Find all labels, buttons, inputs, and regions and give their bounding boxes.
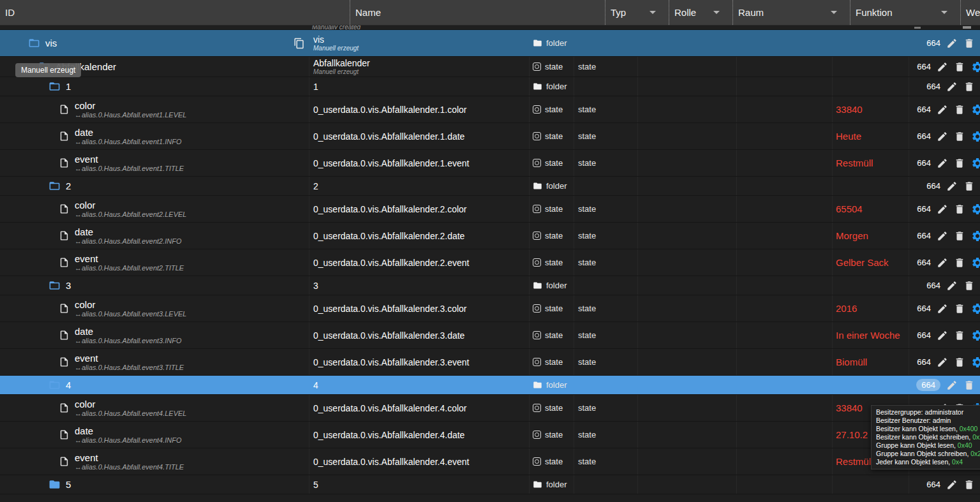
table-row[interactable]: event ↔alias.0.Haus.Abfall.event1.TITLE …	[0, 150, 980, 177]
access-rights-badge[interactable]: 664	[917, 357, 931, 367]
table-row[interactable]: color ↔alias.0.Haus.Abfall.event4.LEVEL …	[0, 395, 980, 422]
settings-button[interactable]	[971, 256, 980, 269]
delete-button[interactable]	[963, 81, 975, 92]
edit-button[interactable]	[937, 257, 948, 269]
access-rights-badge[interactable]: 664	[926, 82, 940, 91]
settings-button[interactable]	[971, 230, 980, 242]
cell-value[interactable]	[833, 475, 909, 494]
delete-button[interactable]	[954, 104, 965, 115]
tree-item[interactable]: date ↔alias.0.Haus.Abfall.event2.INFO	[0, 226, 309, 246]
edit-button[interactable]	[937, 158, 948, 169]
table-row[interactable]: event ↔alias.0.Haus.Abfall.event4.TITLE …	[0, 448, 980, 475]
delete-button[interactable]	[954, 330, 965, 341]
copy-button[interactable]	[293, 38, 305, 49]
tree-item[interactable]: 2	[0, 180, 309, 192]
tree-item[interactable]: event ↔alias.0.Haus.Abfall.event3.TITLE	[0, 353, 309, 372]
table-row[interactable]: event ↔alias.0.Haus.Abfall.event3.TITLE …	[0, 349, 980, 376]
edit-button[interactable]	[946, 380, 958, 391]
cell-value[interactable]	[833, 376, 909, 394]
settings-button[interactable]	[971, 356, 980, 369]
edit-button[interactable]	[937, 230, 948, 242]
table-row[interactable]: vis vis Manuell erzeugt folder	[0, 30, 980, 57]
column-header-name[interactable]: Name	[350, 0, 605, 25]
tree-item[interactable]: color ↔alias.0.Haus.Abfall.event2.LEVEL	[0, 200, 309, 219]
edit-button[interactable]	[937, 104, 948, 115]
settings-button[interactable]	[971, 130, 980, 143]
edit-button[interactable]	[937, 203, 948, 215]
access-rights-badge[interactable]: 664	[926, 480, 940, 489]
edit-button[interactable]	[946, 280, 958, 292]
tree-item[interactable]: color ↔alias.0.Haus.Abfall.event4.LEVEL	[0, 399, 309, 418]
table-row[interactable]: event ↔alias.0.Haus.Abfall.event2.TITLE …	[0, 249, 980, 276]
tree-item[interactable]: event ↔alias.0.Haus.Abfall.event4.TITLE	[0, 452, 309, 471]
cell-value[interactable]: In einer Woche	[833, 322, 909, 348]
table-row[interactable]: color ↔alias.0.Haus.Abfall.event1.LEVEL …	[0, 96, 980, 123]
access-rights-badge[interactable]: 664	[917, 105, 931, 114]
edit-button[interactable]	[946, 81, 958, 92]
folder-open-icon[interactable]	[48, 80, 61, 92]
edit-button[interactable]	[937, 131, 948, 142]
tree-item[interactable]: 5	[0, 478, 309, 491]
access-rights-badge[interactable]: 664	[917, 131, 931, 141]
cell-value[interactable]: Restmüll	[833, 150, 909, 176]
delete-button[interactable]	[954, 357, 965, 368]
folder-icon[interactable]	[48, 478, 61, 491]
edit-button[interactable]	[946, 38, 958, 49]
table-row[interactable]: Abfallkalender Abfallkalender Manuell er…	[0, 57, 980, 77]
settings-button[interactable]	[971, 103, 980, 116]
cell-value[interactable]: 33840	[833, 96, 909, 122]
delete-button[interactable]	[963, 280, 975, 292]
partial-row[interactable]: Manually created	[0, 26, 980, 30]
edit-button[interactable]	[946, 181, 958, 192]
delete-button[interactable]	[954, 303, 965, 314]
delete-button[interactable]	[954, 203, 965, 215]
cell-value[interactable]	[833, 30, 909, 56]
table-row[interactable]: date ↔alias.0.Haus.Abfall.event2.INFO 0_…	[0, 223, 980, 249]
access-rights-badge[interactable]: 664	[916, 379, 940, 391]
cell-value[interactable]: Morgen	[833, 223, 909, 249]
access-rights-badge[interactable]: 664	[926, 38, 940, 48]
tree-item[interactable]: event ↔alias.0.Haus.Abfall.event1.TITLE	[0, 154, 309, 173]
column-header-typ[interactable]: Typ	[605, 0, 669, 25]
settings-button[interactable]	[971, 329, 980, 342]
table-row[interactable]: 3 3 folder 664	[0, 276, 980, 295]
access-rights-badge[interactable]: 664	[917, 62, 931, 71]
tree-item[interactable]: color ↔alias.0.Haus.Abfall.event3.LEVEL	[0, 299, 309, 318]
table-row[interactable]: 4 4 folder 664	[0, 376, 980, 395]
table-row[interactable]: date ↔alias.0.Haus.Abfall.event4.INFO 0_…	[0, 422, 980, 448]
table-row[interactable]: date ↔alias.0.Haus.Abfall.event1.INFO 0_…	[0, 123, 980, 150]
folder-open-icon[interactable]	[48, 180, 61, 192]
folder-open-icon[interactable]	[48, 279, 61, 292]
table-row[interactable]: 2 2 folder 664	[0, 177, 980, 196]
delete-button[interactable]	[963, 479, 975, 491]
delete-button[interactable]	[954, 230, 965, 242]
cell-value[interactable]	[833, 177, 909, 195]
column-header-funktion[interactable]: Funktion	[850, 0, 960, 25]
column-header-rolle[interactable]: Rolle	[669, 0, 732, 25]
access-rights-badge[interactable]: 664	[917, 158, 931, 168]
cell-value[interactable]: Gelber Sack	[833, 249, 909, 276]
delete-button[interactable]	[954, 257, 965, 269]
access-rights-badge[interactable]: 664	[917, 304, 931, 313]
settings-button[interactable]	[971, 61, 980, 73]
access-rights-badge[interactable]: 664	[917, 204, 931, 214]
table-row[interactable]: color ↔alias.0.Haus.Abfall.event3.LEVEL …	[0, 295, 980, 322]
delete-button[interactable]	[954, 131, 965, 142]
chevron-down-icon[interactable]	[831, 11, 837, 14]
table-row[interactable]: date ↔alias.0.Haus.Abfall.event3.INFO 0_…	[0, 322, 980, 349]
delete-button[interactable]	[954, 61, 965, 73]
settings-button[interactable]	[971, 203, 980, 216]
edit-button[interactable]	[937, 330, 948, 341]
cell-value[interactable]: Biomüll	[833, 349, 909, 375]
tree-item[interactable]: date ↔alias.0.Haus.Abfall.event1.INFO	[0, 127, 309, 146]
table-row[interactable]: 5 5 folder 664	[0, 475, 980, 494]
settings-button[interactable]	[971, 157, 980, 170]
chevron-down-icon[interactable]	[713, 11, 720, 14]
delete-button[interactable]	[954, 158, 965, 169]
cell-value[interactable]	[833, 57, 909, 77]
edit-button[interactable]	[937, 61, 948, 73]
table-row[interactable]: color ↔alias.0.Haus.Abfall.event2.LEVEL …	[0, 196, 980, 223]
access-rights-badge[interactable]: 664	[917, 231, 931, 240]
access-rights-badge[interactable]: 664	[917, 258, 931, 267]
cell-value[interactable]	[833, 77, 909, 96]
